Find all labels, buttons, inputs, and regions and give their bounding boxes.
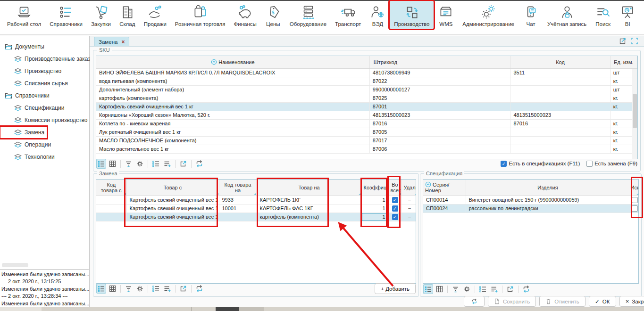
refresh-icon[interactable]: [521, 284, 531, 294]
zamena-col-0[interactable]: Код товара с: [96, 180, 126, 196]
zamena-col-4[interactable]: Коэффици: [361, 180, 388, 196]
filter-icon[interactable]: [451, 284, 460, 294]
numlist-icon[interactable]: [151, 159, 161, 169]
zamena-col-3[interactable]: Товар на: [257, 180, 361, 196]
toolbar-item-bi[interactable]: BI: [615, 1, 640, 29]
checkbox-checked-icon[interactable]: ✓: [501, 161, 507, 167]
zamena-row[interactable]: Картофель свежий очищенный вес 1 кг9933К…: [96, 196, 416, 204]
excluded-checkbox[interactable]: [632, 197, 638, 203]
numlist-icon[interactable]: [478, 284, 488, 294]
in-all-checkbox[interactable]: ✓: [392, 205, 398, 212]
tab-zamena[interactable]: Замена ×: [94, 37, 129, 46]
sku-row[interactable]: картофель (компонента)87025кг.: [96, 94, 637, 102]
cancel-button[interactable]: Отменить: [539, 296, 585, 307]
addlist-icon[interactable]: [489, 284, 499, 294]
list-view-icon[interactable]: [96, 284, 106, 294]
gear-icon[interactable]: [462, 284, 472, 294]
close-button[interactable]: ×Закрыть: [619, 296, 644, 307]
sku-col-name[interactable]: Наименование: [96, 56, 369, 68]
addlist-icon[interactable]: [162, 159, 172, 169]
export-icon[interactable]: [178, 159, 188, 169]
toolbar-item-procurement[interactable]: Закупки: [87, 1, 115, 29]
zamena-col-5[interactable]: Во всех: [388, 180, 401, 196]
sidebar-item-Списания сырья[interactable]: Списания сырья: [0, 77, 89, 90]
tab-close-icon[interactable]: ×: [121, 39, 125, 45]
grid-icon[interactable]: [108, 284, 117, 294]
sku-vertical-scrollbar[interactable]: [632, 69, 637, 159]
sku-row[interactable]: Лук репчатый очищенный вес 1 кг87005кг.: [96, 128, 637, 136]
zamena-row[interactable]: Картофель свежий очищенный вес 1 кг10001…: [96, 204, 416, 213]
sku-col-barcode[interactable]: Штрихкод: [369, 56, 510, 68]
toolbar-item-equipment[interactable]: Оборудование: [285, 1, 331, 29]
toolbar-item-account[interactable]: Учётная запись: [543, 1, 591, 29]
sku-col-code[interactable]: Код: [510, 56, 610, 68]
sidebar-item-Технологии[interactable]: Технологии: [0, 151, 89, 163]
spec-row[interactable]: СП00014Винегрет овощной вес 150 г (99000…: [423, 196, 639, 204]
list-view-icon[interactable]: [423, 284, 433, 294]
refresh-icon[interactable]: [194, 284, 204, 294]
list-view-icon[interactable]: [96, 159, 106, 169]
gear-icon[interactable]: [135, 159, 145, 169]
excluded-checkbox[interactable]: [632, 205, 638, 212]
toolbar-item-wms[interactable]: WMS: [434, 1, 458, 29]
zamena-col-1[interactable]: Товар с: [126, 180, 219, 196]
toolbar-item-admin[interactable]: Администрирование: [458, 1, 519, 29]
sidebar-item-Замена[interactable]: Замена: [0, 126, 47, 139]
toolbar-item-directory[interactable]: Справочники: [45, 1, 87, 29]
sku-row[interactable]: вода питьевая (компонента)87022кг.: [96, 77, 637, 85]
toolbar-item-transport[interactable]: Транспорт: [331, 1, 365, 29]
in-all-checkbox[interactable]: ✓: [392, 197, 398, 203]
addlist-icon[interactable]: [162, 284, 172, 294]
sku-row[interactable]: ВИНО ЭЙФЕЛЕВА БАШНЯ МАРКИЗ КР.П/СЛ 0.7Л …: [96, 68, 637, 77]
has-in-specs-checkbox[interactable]: ✓Есть в спецификациях (F11): [501, 161, 580, 167]
checkbox-unchecked-icon[interactable]: [586, 161, 593, 167]
sidebar-scrollbar-thumb[interactable]: [2, 263, 28, 267]
filter-icon[interactable]: [124, 284, 134, 294]
export-icon[interactable]: [505, 284, 515, 294]
numlist-icon[interactable]: [151, 284, 161, 294]
spec-col-excluded[interactable]: Искл: [630, 180, 639, 196]
toolbar-item-desktop[interactable]: Рабочий стол: [3, 1, 45, 29]
export-icon[interactable]: [178, 284, 188, 294]
spec-col-product[interactable]: Изделия: [466, 180, 630, 196]
sidebar-item-Производство[interactable]: Производство: [0, 65, 89, 77]
delete-row-button[interactable]: –: [408, 214, 411, 220]
has-replacement-checkbox[interactable]: Есть замена (F9): [586, 161, 637, 167]
gear-icon[interactable]: [135, 284, 145, 294]
fullscreen-icon[interactable]: [631, 37, 638, 45]
refresh-button[interactable]: [464, 296, 485, 307]
toolbar-item-ved[interactable]: ВЭД: [365, 1, 390, 29]
filter-icon[interactable]: [124, 159, 134, 169]
sku-row[interactable]: Котлета по - киевски жареная8701687016кг…: [96, 119, 637, 128]
refresh-icon[interactable]: [194, 159, 204, 169]
zamena-col-2[interactable]: Код товара на: [219, 180, 257, 196]
ok-button[interactable]: ✓ОК: [589, 296, 616, 307]
sidebar-item-Производственные заказы[interactable]: Производственные заказы: [0, 53, 89, 65]
add-button[interactable]: + Добавить: [375, 283, 416, 294]
tree-section-Справочники[interactable]: Справочники: [0, 90, 89, 102]
toolbar-item-prices[interactable]: $ Цены: [261, 1, 285, 29]
delete-row-button[interactable]: –: [408, 197, 411, 203]
delete-row-button[interactable]: –: [408, 205, 411, 211]
sku-row[interactable]: Масло растительное вес 1 кг87006кг.: [96, 145, 637, 153]
in-all-checkbox[interactable]: ✓: [392, 214, 398, 220]
toolbar-item-retail[interactable]: Розничная торговля: [171, 1, 230, 29]
sidebar-item-Комиссии производство[interactable]: Комиссии производство: [0, 114, 89, 126]
toolbar-item-warehouse[interactable]: Склад: [115, 1, 140, 29]
sku-row[interactable]: МАСЛО ПОДСОЛНЕЧНОЕ (компонента)87017кг.: [96, 136, 637, 145]
toolbar-item-finance[interactable]: Финансы: [230, 1, 261, 29]
sidebar-item-Спецификации[interactable]: Спецификации: [0, 102, 89, 114]
toolbar-item-production[interactable]: Производство: [390, 1, 434, 29]
toolbar-item-chat[interactable]: Чат: [519, 1, 543, 29]
spec-row[interactable]: СП00024рассольник по-ленинградски: [423, 204, 639, 213]
sku-col-unit[interactable]: Ед. изм.: [610, 56, 637, 68]
grid-icon[interactable]: [108, 159, 117, 169]
open-external-icon[interactable]: [619, 37, 627, 45]
grid-icon[interactable]: [435, 284, 444, 294]
sku-row[interactable]: Картофель свежий очищенный вес 1 кг87001…: [96, 102, 637, 111]
toolbar-item-sales[interactable]: Продажи: [140, 1, 171, 29]
sidebar-item-Операции[interactable]: Операции: [0, 139, 89, 151]
zamena-col-6[interactable]: Удали: [401, 180, 416, 196]
tree-section-Документы[interactable]: Документы: [0, 41, 89, 53]
zamena-row[interactable]: Картофель свежий очищенный вес 1 кгкарто…: [96, 213, 416, 221]
